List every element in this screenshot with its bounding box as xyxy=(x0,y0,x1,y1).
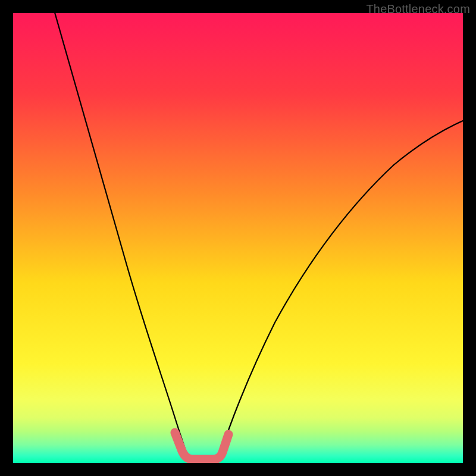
highlight-segment xyxy=(175,433,228,459)
right-curve xyxy=(218,117,463,463)
chart-frame xyxy=(13,13,463,463)
chart-curves xyxy=(13,13,463,463)
left-curve xyxy=(54,13,189,463)
